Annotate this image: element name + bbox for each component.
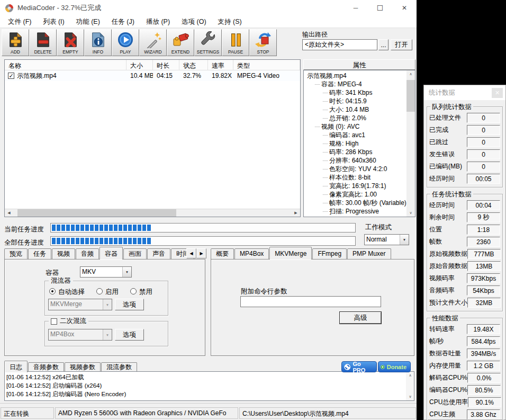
maximize-button[interactable]: ☐ xyxy=(368,0,392,16)
scrollbar-thumb[interactable] xyxy=(17,209,176,217)
radio-禁用[interactable]: 禁用 xyxy=(130,288,152,297)
tree-item[interactable]: 容器: MPEG-4 xyxy=(304,80,406,88)
tree-item[interactable]: 大小: 10.4 MB xyxy=(304,105,406,114)
tree-item[interactable]: 视频 (0): AVC xyxy=(304,122,406,131)
tree-item[interactable]: 扫描: Progressive xyxy=(304,207,406,216)
radio-icon[interactable] xyxy=(49,288,56,294)
scroll-left-icon[interactable]: ◀ xyxy=(5,209,13,217)
table-row[interactable]: ✓示范视频.mp410.4 MB04:1532.7%19.82XMPEG-4 V… xyxy=(5,70,300,81)
scroll-down-icon[interactable]: ∨ xyxy=(406,393,414,400)
column-header-2[interactable]: 时长 xyxy=(153,60,179,70)
tab-预览[interactable]: 预览 xyxy=(4,248,28,259)
tab-scroll-left-icon[interactable]: ◀ xyxy=(186,248,196,258)
donate-button[interactable]: Donate xyxy=(378,361,411,372)
tab-MKVMerge[interactable]: MKVMerge xyxy=(269,247,312,260)
scroll-down-icon[interactable]: ∨ xyxy=(406,209,415,217)
scroll-up-icon[interactable]: ∧ xyxy=(406,70,415,78)
column-header-4[interactable]: 速率 xyxy=(208,60,233,70)
tab-音频[interactable]: 音频 xyxy=(76,248,99,259)
tree-item[interactable]: 宽高比: 16:9(1.78:1) xyxy=(304,182,406,190)
remux-muxer-select[interactable]: MP4Box ▼ xyxy=(48,329,112,341)
minimize-button[interactable]: ─ xyxy=(344,0,368,16)
radio-icon[interactable] xyxy=(96,288,103,294)
go-pro-button[interactable]: Go PRO xyxy=(341,361,377,372)
tree-item[interactable]: 帧率: 30.00 帧/秒 (Variable) xyxy=(304,199,406,207)
tree-item[interactable]: 码率: 286 Kbps xyxy=(304,148,406,156)
tree-item[interactable]: 时长: 04:15.9 xyxy=(304,97,406,105)
toolbar-button-settings[interactable]: SETTINGS xyxy=(194,29,222,56)
chevron-down-icon[interactable]: ▼ xyxy=(103,329,112,340)
tab-PMP Muxer[interactable]: PMP Muxer xyxy=(347,248,391,259)
column-header-3[interactable]: 状态 xyxy=(179,60,208,70)
menu-item-2[interactable]: 功能 (E) xyxy=(70,16,106,28)
menu-item-5[interactable]: 选项 (O) xyxy=(176,16,212,28)
radio-自动选择[interactable]: 自动选择 xyxy=(49,288,85,297)
vertical-scrollbar[interactable]: ∧ ∨ xyxy=(406,70,415,217)
extra-params-input[interactable] xyxy=(240,296,381,307)
toolbar-button-delete[interactable]: DELETE xyxy=(29,29,57,56)
tab-任务[interactable]: 任务 xyxy=(28,248,51,259)
tab-视频[interactable]: 视频 xyxy=(52,248,75,259)
toolbar-button-extend[interactable]: EXTEND xyxy=(167,29,194,56)
remux-options-button[interactable]: 选项 xyxy=(115,329,144,341)
close-icon[interactable]: ✕ xyxy=(492,88,503,98)
tab-音频参数[interactable]: 音频参数 xyxy=(28,362,64,372)
tree-item[interactable]: 音频 (0): AAC xyxy=(304,216,406,217)
log-scrollbar[interactable]: ∧ ∨ xyxy=(406,372,414,400)
scroll-up-icon[interactable]: ∧ xyxy=(406,372,414,379)
advanced-button[interactable]: 高级 xyxy=(340,312,381,324)
browse-button[interactable]: ... xyxy=(378,39,388,50)
tree-item[interactable]: 规格: High xyxy=(304,139,406,148)
menu-item-6[interactable]: 支持 (S) xyxy=(212,16,248,28)
menu-item-1[interactable]: 列表 (I) xyxy=(37,16,70,28)
open-button[interactable]: 打开 xyxy=(391,39,412,50)
toolbar-button-info[interactable]: INFO xyxy=(84,29,112,56)
output-path-input[interactable] xyxy=(302,39,377,50)
muxer-select[interactable]: MKVMerge ▼ xyxy=(48,299,112,310)
column-header-5[interactable]: 类型 xyxy=(233,60,300,70)
close-button[interactable]: ✕ xyxy=(392,0,417,16)
column-header-1[interactable]: 大小 xyxy=(126,60,153,70)
toolbar-button-empty[interactable]: EMPTY xyxy=(57,29,84,56)
tree-item[interactable]: 编码器: avc1 xyxy=(304,131,406,139)
tab-混流参数[interactable]: 混流参数 xyxy=(101,362,137,372)
tree-item[interactable]: 色彩空间: YUV 4:2:0 xyxy=(304,165,406,173)
tree-item[interactable]: 样本位数: 8-bit xyxy=(304,173,406,182)
tab-容器[interactable]: 容器 xyxy=(100,247,123,260)
work-mode-select[interactable]: Normal ▼ xyxy=(364,234,409,245)
radio-icon[interactable] xyxy=(130,288,137,294)
tree-item[interactable]: 像素宽高比: 1.00 xyxy=(304,190,406,199)
scrollbar-thumb[interactable] xyxy=(406,80,415,112)
row-checkbox[interactable]: ✓ xyxy=(8,73,14,79)
tab-scroll-right-icon[interactable]: ▶ xyxy=(196,248,206,258)
tab-日志[interactable]: 日志 xyxy=(4,361,28,372)
toolbar-button-stop[interactable]: STOP xyxy=(249,29,277,56)
toolbar-button-add[interactable]: ADD xyxy=(2,29,29,56)
scroll-right-icon[interactable]: ▶ xyxy=(292,209,300,217)
chevron-down-icon[interactable]: ▼ xyxy=(122,267,131,277)
tab-概要[interactable]: 概要 xyxy=(211,248,234,259)
toolbar-button-pause[interactable]: PAUSE xyxy=(222,29,249,56)
toolbar-button-wizard[interactable]: WIZARD xyxy=(139,29,167,56)
tab-画面[interactable]: 画面 xyxy=(123,248,147,259)
menu-item-4[interactable]: 播放 (P) xyxy=(140,16,176,28)
tree-item[interactable]: 示范视频.mp4 xyxy=(304,72,406,80)
chevron-down-icon[interactable]: ▼ xyxy=(400,235,409,245)
tree-item[interactable]: 分辨率: 640x360 xyxy=(304,156,406,165)
properties-header[interactable]: 属性 xyxy=(303,59,415,70)
muxer-options-button[interactable]: 选项 xyxy=(115,299,144,310)
chevron-down-icon[interactable]: ▼ xyxy=(103,299,112,310)
tree-item[interactable]: 码率: 341 Kbps xyxy=(304,88,406,97)
tab-视频参数[interactable]: 视频参数 xyxy=(65,362,101,372)
column-header-0[interactable]: 名称 xyxy=(5,60,126,70)
radio-启用[interactable]: 启用 xyxy=(96,288,119,297)
horizontal-scrollbar[interactable]: ◀ ▶ xyxy=(5,209,300,217)
tab-MP4Box[interactable]: MP4Box xyxy=(234,248,269,259)
menu-item-3[interactable]: 任务 (J) xyxy=(106,16,140,28)
menu-item-0[interactable]: 文件 (F) xyxy=(2,16,37,28)
remux-checkbox[interactable] xyxy=(51,318,57,325)
tree-item[interactable]: 总开销: 2.0% xyxy=(304,114,406,122)
tab-声音[interactable]: 声音 xyxy=(147,248,170,259)
toolbar-button-play[interactable]: PLAY xyxy=(112,29,139,56)
tab-FFmpeg[interactable]: FFmpeg xyxy=(312,248,347,259)
